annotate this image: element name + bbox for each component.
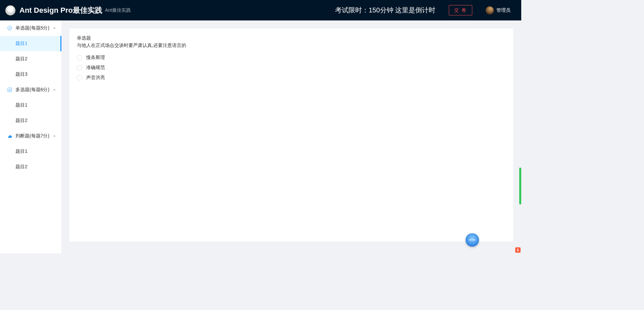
question-type: 单选题	[77, 35, 506, 41]
question-text: 与他人在正式场合交谈时要严肃认真,还要注意语言的	[77, 43, 506, 49]
thumbs-up-icon	[7, 134, 12, 138]
content-area: 单选题 与他人在正式场合交谈时要严肃认真,还要注意语言的 慢条斯理 准确规范 声…	[61, 20, 521, 253]
option-row-1[interactable]: 慢条斯理	[77, 55, 506, 61]
sidebar-item-label: 题目2	[15, 164, 28, 170]
sidebar-item-q3[interactable]: 题目3	[0, 67, 61, 82]
option-label: 慢条斯理	[86, 55, 105, 61]
sidebar-item-mq1[interactable]: 题目1	[0, 98, 61, 113]
submit-button[interactable]: 交 卷	[449, 5, 472, 15]
app-subtitle: Ant最佳实践	[105, 7, 131, 13]
radio-input[interactable]	[77, 65, 82, 70]
sidebar-item-label: 题目2	[15, 118, 28, 124]
app-header: Ant Design Pro最佳实践 Ant最佳实践 考试限时：150分钟 这里…	[0, 0, 521, 20]
option-row-3[interactable]: 声音洪亮	[77, 75, 506, 81]
sidebar-item-label: 题目3	[15, 71, 28, 77]
option-label: 声音洪亮	[86, 75, 105, 81]
sidebar-item-q1[interactable]: 题目1	[0, 36, 61, 51]
option-row-2[interactable]: 准确规范	[77, 65, 506, 71]
option-label: 准确规范	[86, 65, 105, 71]
sidebar-item-label: 题目1	[15, 148, 28, 154]
app-logo	[5, 5, 15, 15]
sidebar-item-label: 题目2	[15, 56, 28, 62]
sidebar-group-judge[interactable]: 判断题(每题7分)	[0, 128, 61, 144]
avatar[interactable]	[486, 6, 494, 14]
radio-input[interactable]	[77, 75, 82, 80]
sidebar-group-label: 多选题(每题6分)	[15, 87, 49, 93]
floating-assistant-button[interactable]	[466, 233, 479, 247]
sidebar-item-label: 题目1	[15, 102, 28, 108]
ime-badge[interactable]: 5	[515, 247, 521, 253]
scrollbar-indicator[interactable]	[519, 168, 521, 204]
sidebar-item-jq1[interactable]: 题目1	[0, 144, 61, 159]
dash-icon	[469, 240, 476, 240]
sidebar-item-mq2[interactable]: 题目2	[0, 113, 61, 128]
exam-timer: 考试限时：150分钟 这里是倒计时	[335, 6, 435, 15]
question-card: 单选题 与他人在正式场合交谈时要严肃认真,还要注意语言的 慢条斯理 准确规范 声…	[69, 28, 513, 242]
svg-point-0	[8, 26, 12, 30]
chevron-up-icon	[53, 133, 56, 139]
sidebar-item-label: 题目1	[15, 41, 28, 47]
sidebar: 单选题(每题5分) 题目1 题目2 题目3 多选题(每题6分)	[0, 20, 61, 253]
sidebar-item-jq2[interactable]: 题目2	[0, 159, 61, 175]
app-title: Ant Design Pro最佳实践	[19, 5, 102, 15]
user-name[interactable]: 管理员	[496, 7, 511, 13]
chevron-up-icon	[53, 25, 56, 31]
svg-rect-1	[8, 88, 11, 91]
check-square-icon	[7, 87, 12, 92]
check-circle-icon	[7, 26, 12, 30]
sidebar-group-label: 单选题(每题5分)	[15, 25, 49, 31]
chevron-up-icon	[53, 87, 56, 92]
sidebar-group-single-choice[interactable]: 单选题(每题5分)	[0, 20, 61, 36]
radio-input[interactable]	[77, 55, 82, 60]
sidebar-group-label: 判断题(每题7分)	[15, 133, 49, 139]
sidebar-item-q2[interactable]: 题目2	[0, 51, 61, 67]
sidebar-group-multi-choice[interactable]: 多选题(每题6分)	[0, 82, 61, 98]
